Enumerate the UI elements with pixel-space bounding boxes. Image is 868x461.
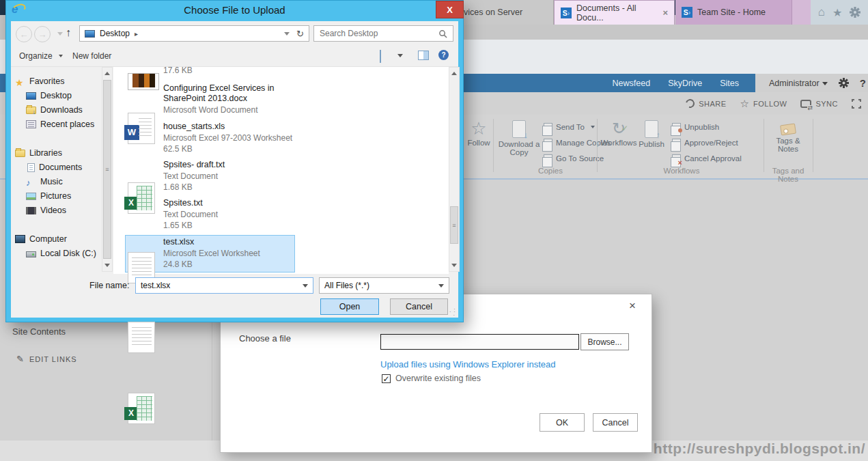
text-document-icon — [128, 322, 155, 353]
views-dropdown-icon[interactable] — [397, 54, 403, 57]
label: Follow — [467, 139, 490, 147]
site-contents-link[interactable]: Site Contents — [12, 326, 66, 337]
cancel-button[interactable]: Cancel — [390, 298, 448, 315]
back-button[interactable]: ← — [16, 26, 32, 42]
browse-button[interactable]: Browse... — [580, 333, 629, 350]
file-name-input[interactable] — [141, 281, 277, 290]
dialog-close-icon[interactable]: × — [629, 300, 636, 311]
group-label: Libraries — [29, 148, 62, 158]
up-button[interactable]: ↑ — [66, 27, 71, 39]
file-type-combobox[interactable]: All Files (*.*) — [319, 277, 449, 294]
label: Download a Copy — [496, 140, 542, 156]
home-icon[interactable]: ⌂ — [818, 5, 825, 19]
publish-button[interactable]: Publish — [638, 120, 665, 148]
sidebar-group-libraries[interactable]: Libraries — [15, 148, 62, 158]
sidebar-item-music[interactable]: ♪Music — [26, 177, 63, 186]
send-to-button[interactable]: Send To — [544, 120, 595, 134]
tab-services-on-server[interactable]: vices on Server — [458, 0, 554, 25]
search-icon[interactable] — [438, 29, 447, 38]
new-folder-button[interactable]: New folder — [72, 51, 111, 61]
file-name-combobox[interactable] — [135, 277, 313, 294]
search-input[interactable] — [320, 29, 436, 38]
forward-arrow-icon: → — [38, 29, 47, 40]
refresh-icon[interactable]: ↻ — [296, 29, 304, 39]
tools-gear-icon[interactable] — [850, 7, 860, 18]
item-label: Recent places — [40, 120, 94, 129]
preview-pane-icon[interactable] — [418, 51, 429, 60]
overwrite-label[interactable]: Overwrite existing files — [395, 374, 481, 383]
overwrite-checkbox[interactable]: ✓ — [382, 374, 391, 383]
file-type: Text Document — [163, 209, 218, 220]
settings-gear-icon[interactable] — [839, 78, 849, 88]
windows-explorer-upload-link[interactable]: Upload files using Windows Explorer inst… — [380, 359, 556, 369]
scroll-down-button[interactable] — [449, 260, 459, 271]
organize-menu[interactable]: Organize — [19, 51, 63, 61]
focus-mode-icon[interactable] — [852, 99, 861, 109]
tab-documents-active[interactable]: S› Documents - All Docu... × — [554, 0, 675, 25]
file-type: Text Document — [163, 171, 218, 182]
history-chevron-icon[interactable] — [57, 32, 63, 36]
label: Workflows — [601, 139, 637, 147]
sync-button[interactable]: SYNC — [800, 100, 838, 108]
sites-link[interactable]: Sites — [720, 79, 739, 88]
file-name: Spsites- draft.txt — [163, 160, 310, 170]
address-breadcrumb[interactable]: Desktop ▸ ↻ — [79, 25, 309, 42]
sidebar-item-recent-places[interactable]: Recent places — [26, 120, 94, 129]
edit-links-button[interactable]: ✎ EDIT LINKS — [16, 354, 77, 364]
file-type: Microsoft Excel Worksheet — [163, 248, 260, 259]
sidebar-item-videos[interactable]: Videos — [26, 206, 66, 215]
search-box[interactable] — [313, 25, 453, 42]
star-icon: ☆ — [471, 120, 486, 137]
sidebar-item-documents[interactable]: Documents — [26, 163, 82, 172]
sidebar-group-favorites[interactable]: ★Favorites — [15, 76, 64, 86]
scrollbar-thumb[interactable]: ≡ — [450, 206, 458, 244]
forward-button[interactable]: → — [34, 26, 51, 42]
dialog-body: ← → ↑ Desktop ▸ ↻ Organize — [11, 21, 458, 318]
approve-reject-button[interactable]: Approve/Reject — [672, 136, 738, 150]
new-tab-button[interactable] — [792, 0, 811, 25]
tab-team-site[interactable]: S› Team Site - Home — [675, 0, 792, 25]
favorites-star-icon[interactable]: ★ — [832, 6, 842, 19]
dialog-close-button[interactable]: X — [436, 1, 464, 18]
chevron-down-icon — [822, 82, 828, 85]
download-a-copy-button[interactable]: Download a Copy — [496, 120, 542, 156]
administrator-menu[interactable]: Administrator — [769, 79, 828, 88]
scrollbar-thumb[interactable]: ≡ — [103, 80, 111, 259]
scroll-up-button[interactable] — [102, 68, 112, 79]
ok-button[interactable]: OK — [540, 413, 585, 432]
breadcrumb-location[interactable]: Desktop — [100, 29, 130, 38]
share-button[interactable]: SHARE — [686, 99, 726, 108]
cancel-approval-button[interactable]: Cancel Approval — [672, 152, 742, 165]
resize-grip[interactable]: . : . — [449, 309, 456, 316]
help-button[interactable]: ? — [860, 77, 866, 89]
sidebar-item-pictures[interactable]: Pictures — [26, 191, 71, 201]
tags-and-notes-button[interactable]: Tags & Notes — [768, 120, 809, 153]
label: Unpublish — [684, 123, 719, 131]
watermark-text: http://sureshpydi.blogspot.in/ — [654, 441, 865, 457]
newsfeed-link[interactable]: Newsfeed — [613, 79, 651, 88]
workflows-button[interactable]: ↻ Workflows — [601, 120, 636, 147]
change-view-icon[interactable] — [380, 50, 381, 63]
file-list-scrollbar[interactable]: ≡ — [449, 67, 460, 272]
address-dropdown-icon[interactable] — [284, 32, 290, 36]
scroll-up-button[interactable] — [449, 68, 459, 79]
ribbon-follow-button[interactable]: ☆ Follow — [466, 120, 492, 147]
sidebar-item-desktop[interactable]: Desktop — [26, 91, 72, 100]
file-path-input[interactable] — [380, 334, 579, 350]
sidebar-scrollbar[interactable]: ≡ — [102, 67, 113, 272]
scroll-down-button[interactable] — [102, 260, 112, 271]
sidebar-item-downloads[interactable]: Downloads — [26, 105, 83, 115]
unpublish-button[interactable]: Unpublish — [672, 120, 719, 134]
item-label: Desktop — [40, 91, 72, 100]
chevron-down-icon[interactable] — [438, 284, 444, 288]
help-icon[interactable]: ? — [438, 50, 449, 60]
skydrive-link[interactable]: SkyDrive — [668, 79, 702, 88]
cancel-button[interactable]: Cancel — [593, 413, 638, 432]
open-button[interactable]: Open — [320, 298, 379, 315]
go-to-source-button[interactable]: Go To Source — [544, 152, 604, 165]
tab-close-icon[interactable]: × — [662, 8, 668, 18]
sidebar-item-local-disk-c[interactable]: Local Disk (C:) — [26, 249, 96, 258]
follow-button[interactable]: ☆FOLLOW — [740, 98, 787, 110]
sidebar-group-computer[interactable]: Computer — [15, 234, 67, 244]
chevron-down-icon[interactable] — [303, 284, 308, 288]
